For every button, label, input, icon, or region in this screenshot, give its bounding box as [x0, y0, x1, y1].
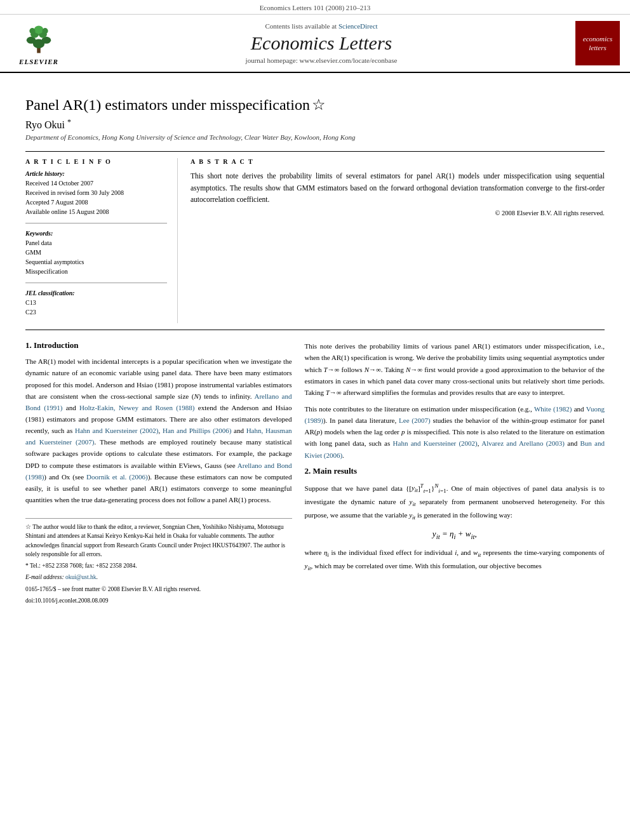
accepted-date: Accepted 7 August 2008 — [25, 197, 167, 207]
body-columns: 1. Introduction The AR(1) model with inc… — [25, 340, 605, 608]
col-right: This note derives the probability limits… — [305, 340, 605, 608]
white-link[interactable]: White (1982) — [534, 405, 572, 413]
article-star-icon: ☆ — [312, 97, 326, 113]
footnotes-section: ☆ The author would like to thank the edi… — [25, 518, 292, 605]
keyword-1: Panel data — [25, 238, 167, 248]
formula-yit: yit = ηi + wit, — [305, 529, 605, 540]
svg-point-7 — [29, 28, 35, 34]
info-divider — [25, 223, 167, 223]
col-left: 1. Introduction The AR(1) model with inc… — [25, 340, 292, 608]
section1-title: 1. Introduction — [25, 340, 292, 350]
alvarez-arellano-link[interactable]: Alvarez and Arellano (2003) — [481, 439, 565, 447]
journal-center: Contents lists available at ScienceDirec… — [67, 22, 575, 64]
article-info: A R T I C L E I N F O Article history: R… — [25, 158, 178, 323]
lee-link[interactable]: Lee (2007) — [399, 417, 431, 424]
abstract-section: A B S T R A C T This short note derives … — [178, 158, 605, 323]
elsevier-logo: ELSEVIER — [10, 22, 67, 65]
article-info-heading: A R T I C L E I N F O — [25, 158, 167, 165]
holtz-eakin-link[interactable]: Holtz-Eakin, Newey and Rosen (1988) — [79, 404, 195, 411]
footnote-3: E-mail address: okui@ust.hk. — [25, 573, 292, 582]
han-phillips-link[interactable]: Han and Phillips (2006) — [163, 427, 231, 434]
section2-para1: Suppose that we have panel data {[yit]Tt… — [305, 481, 605, 523]
main-content: Panel AR(1) estimators under misspecific… — [0, 73, 630, 620]
hahn-kuersteiner-link[interactable]: Hahn and Kuersteiner (2002) — [75, 427, 159, 434]
footnote-4: 0165-1765/$ – see front matter © 2008 El… — [25, 585, 292, 594]
abstract-text: This short note derives the probability … — [191, 170, 605, 205]
science-direct-link: Contents lists available at ScienceDirec… — [67, 22, 575, 30]
keyword-4: Misspecification — [25, 267, 167, 276]
hahn-kuersteiner-2002-link[interactable]: Hahn and Kuersteiner (2002) — [393, 439, 478, 447]
elsevier-brand: ELSEVIER — [19, 58, 58, 65]
jel-label: JEL classification: — [25, 290, 167, 297]
jel-c23: C23 — [25, 307, 167, 317]
jel-group: JEL classification: C13 C23 — [25, 290, 167, 317]
info-abstract-section: A R T I C L E I N F O Article history: R… — [25, 151, 605, 330]
email-link[interactable]: okui@ust.hk — [65, 574, 97, 580]
svg-point-8 — [43, 28, 48, 34]
keyword-2: GMM — [25, 248, 167, 257]
arellano-bond-1998-link[interactable]: Arellano and Bond (1998) — [25, 462, 292, 481]
author-name: Ryo Okui * — [25, 117, 605, 131]
elsevier-tree-icon — [17, 22, 61, 57]
hahn-hausman-link[interactable]: Hahn, Hausman and Kuersteiner (2007) — [25, 427, 292, 446]
science-direct-anchor[interactable]: ScienceDirect — [338, 22, 378, 30]
section2-title: 2. Main results — [305, 466, 605, 476]
journal-homepage: journal homepage: www.elsevier.com/locat… — [67, 57, 575, 64]
online-date: Available online 15 August 2008 — [25, 207, 167, 217]
article-history: Article history: Received 14 October 200… — [25, 170, 167, 217]
journal-header: ELSEVIER Contents lists available at Sci… — [0, 15, 630, 73]
section1-para: The AR(1) model with incidental intercep… — [25, 356, 292, 505]
jel-c13: C13 — [25, 298, 167, 307]
footnote-2: * Tel.: +852 2358 7608; fax: +852 2358 2… — [25, 561, 292, 570]
section1-right-para2: This note contributes to the literature … — [305, 403, 605, 461]
footnote-5: doi:10.1016/j.econlet.2008.08.009 — [25, 596, 292, 605]
journal-citation: Economics Letters 101 (2008) 210–213 — [0, 0, 630, 15]
article-title: Panel AR(1) estimators under misspecific… — [25, 97, 310, 113]
section2-para2: where ηi is the individual fixed effect … — [305, 547, 605, 574]
copyright-notice: © 2008 Elsevier B.V. All rights reserved… — [191, 210, 605, 217]
author-asterisk: * — [67, 117, 71, 126]
keywords-label: Keywords: — [25, 230, 167, 237]
journal-badge: economics letters — [575, 21, 620, 65]
section1-right-para1: This note derives the probability limits… — [305, 340, 605, 398]
abstract-heading: A B S T R A C T — [191, 158, 605, 165]
footnote-1: ☆ The author would like to thank the edi… — [25, 523, 292, 559]
received-date: Received 14 October 2007 — [25, 178, 167, 188]
affiliation: Department of Economics, Hong Kong Unive… — [25, 133, 605, 141]
keywords-group: Keywords: Panel data GMM Sequential asym… — [25, 230, 167, 276]
info-divider-2 — [25, 283, 167, 283]
revised-date: Received in revised form 30 July 2008 — [25, 188, 167, 197]
doornik-link[interactable]: Doornik et al. (2006) — [86, 473, 148, 481]
keyword-3: Sequential asymptotics — [25, 257, 167, 267]
history-label: Article history: — [25, 170, 167, 177]
journal-title: Economics Letters — [67, 32, 575, 54]
svg-point-6 — [34, 25, 44, 34]
